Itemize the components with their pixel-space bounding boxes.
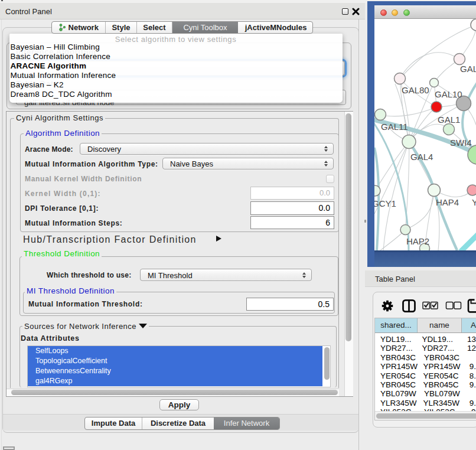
- svg-text:GAL1: GAL1: [438, 115, 460, 125]
- svg-text:GAL4: GAL4: [410, 152, 433, 162]
- svg-text:GAL7: GAL7: [460, 64, 476, 74]
- svg-text:Y: Y: [472, 197, 476, 207]
- svg-text:HAP2: HAP2: [406, 236, 429, 246]
- svg-text:GAL11: GAL11: [381, 122, 408, 132]
- svg-text:GCY1: GCY1: [374, 198, 396, 208]
- svg-text:SWI4: SWI4: [450, 138, 472, 148]
- svg-text:GAL80: GAL80: [402, 85, 429, 95]
- svg-text:HAP4: HAP4: [436, 197, 459, 207]
- svg-text:GAL10: GAL10: [435, 89, 462, 99]
